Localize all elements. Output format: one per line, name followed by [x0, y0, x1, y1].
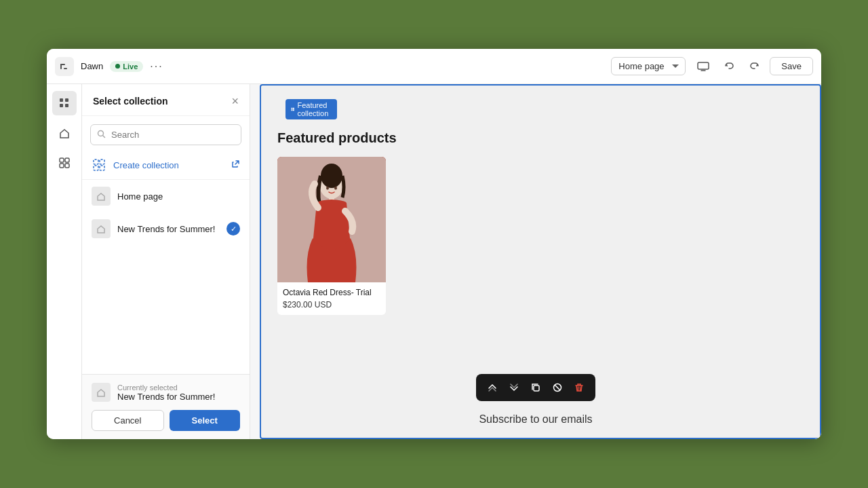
featured-badge-label: Featured collection	[297, 101, 331, 117]
svg-rect-2	[64, 68, 67, 69]
top-bar: Dawn Live ··· Home page Save	[47, 49, 821, 84]
product-price: $230.00 USD	[283, 300, 380, 309]
live-dot	[115, 64, 120, 69]
svg-rect-23	[534, 386, 539, 391]
close-modal-button[interactable]: ×	[231, 95, 239, 107]
product-card: Octavia Red Dress- Trial $230.00 USD	[277, 157, 386, 315]
svg-point-21	[326, 187, 329, 190]
svg-rect-14	[293, 108, 294, 109]
collection-name-home-page: Home page	[117, 191, 240, 202]
svg-rect-15	[292, 109, 293, 111]
currently-selected-label: Currently selected	[117, 383, 216, 392]
float-toolbar	[476, 374, 595, 401]
svg-rect-10	[100, 159, 104, 164]
save-button[interactable]: Save	[770, 57, 813, 75]
live-label: Live	[123, 62, 138, 71]
footer-buttons: Cancel Select	[92, 410, 240, 431]
preview-area: Featured collection Featured products	[250, 84, 821, 439]
collection-thumb-new-trends	[92, 219, 111, 238]
cancel-button[interactable]: Cancel	[92, 410, 164, 431]
toolbar-move-down-button[interactable]	[505, 378, 524, 397]
create-collection-row[interactable]: Create collection	[82, 151, 250, 180]
toolbar-duplicate-button[interactable]	[526, 378, 545, 397]
currently-selected-info: Currently selected New Trends for Summer…	[117, 383, 216, 402]
main-area: Select collection × Crea	[47, 84, 821, 439]
collection-name-new-trends: New Trends for Summer!	[117, 224, 220, 234]
svg-rect-9	[94, 159, 98, 164]
undo-button[interactable]	[718, 56, 740, 77]
featured-products-title: Featured products	[277, 130, 804, 146]
svg-rect-5	[65, 158, 69, 162]
create-collection-label: Create collection	[113, 160, 224, 170]
svg-rect-11	[94, 166, 98, 170]
currently-selected-thumb	[92, 383, 111, 402]
external-link-icon	[231, 159, 240, 170]
product-image	[277, 157, 386, 282]
svg-rect-7	[65, 164, 69, 168]
redo-button[interactable]	[744, 56, 766, 77]
subscribe-text: Subscribe to our emails	[479, 413, 592, 426]
browser-window: Dawn Live ··· Home page Save	[47, 49, 821, 439]
back-button[interactable]	[55, 57, 74, 76]
sidebar-icons	[47, 84, 82, 439]
svg-point-19	[321, 164, 342, 188]
toolbar-move-up-button[interactable]	[483, 378, 502, 397]
collection-item-new-trends[interactable]: New Trends for Summer! ✓	[82, 212, 250, 245]
svg-rect-6	[60, 164, 64, 168]
svg-point-22	[334, 187, 337, 190]
svg-rect-12	[100, 166, 104, 170]
preview-inner: Featured products	[261, 86, 820, 335]
svg-rect-4	[60, 158, 64, 162]
search-icon	[97, 130, 106, 140]
svg-rect-13	[292, 108, 293, 109]
currently-selected-name: New Trends for Summer!	[117, 392, 216, 402]
search-input[interactable]	[90, 124, 241, 145]
modal-header: Select collection ×	[82, 84, 250, 116]
modal-title: Select collection	[93, 96, 167, 107]
svg-rect-3	[698, 62, 709, 69]
desktop-view-button[interactable]	[692, 56, 714, 77]
selected-check-icon: ✓	[226, 222, 240, 236]
page-select[interactable]: Home page	[611, 57, 686, 75]
modal-panel: Select collection × Crea	[82, 84, 250, 439]
sidebar-sections-icon[interactable]	[52, 91, 77, 115]
product-info: Octavia Red Dress- Trial $230.00 USD	[277, 282, 386, 315]
toolbar-delete-button[interactable]	[570, 378, 589, 397]
more-options-button[interactable]: ···	[150, 60, 163, 73]
sidebar-apps-icon[interactable]	[52, 151, 77, 175]
theme-name: Dawn	[81, 61, 103, 71]
collection-thumb-home-page	[92, 187, 111, 206]
collection-item-home-page[interactable]: Home page	[82, 180, 250, 212]
product-name: Octavia Red Dress- Trial	[283, 288, 380, 297]
currently-selected: Currently selected New Trends for Summer…	[92, 383, 240, 402]
svg-rect-1	[60, 64, 62, 69]
toolbar-right: Save	[692, 56, 813, 77]
live-badge: Live	[110, 61, 143, 72]
toolbar-disable-button[interactable]	[548, 378, 567, 397]
preview-content: Featured collection Featured products	[250, 84, 821, 439]
modal-footer: Currently selected New Trends for Summer…	[82, 374, 250, 439]
sidebar-blocks-icon[interactable]	[52, 121, 77, 145]
collection-list: Home page New Trends for Summer! ✓	[82, 180, 250, 374]
svg-rect-16	[293, 109, 294, 111]
featured-collection-badge[interactable]: Featured collection	[285, 99, 337, 119]
create-collection-icon	[92, 157, 106, 172]
search-box	[90, 124, 241, 145]
select-button[interactable]: Select	[170, 410, 241, 431]
